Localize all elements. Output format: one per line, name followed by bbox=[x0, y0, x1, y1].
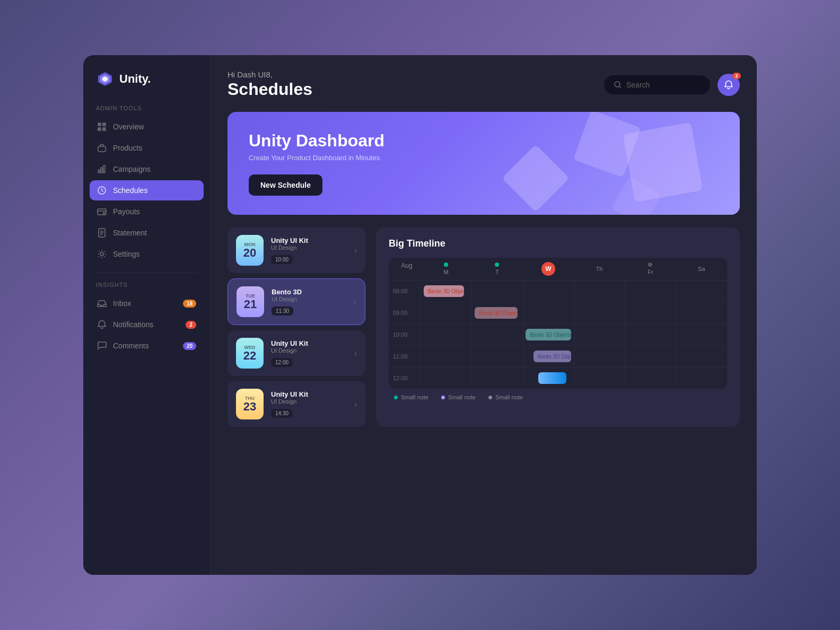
cell-9-thu bbox=[574, 302, 625, 323]
note-label-1: Small note bbox=[401, 394, 428, 400]
schedule-info-wed: Unity UI Kit UI Design 12:00 bbox=[271, 339, 347, 367]
nav-campaigns-label: Campaigns bbox=[113, 165, 151, 173]
app-container: Unity. Admin Tools Overview Pro bbox=[83, 55, 757, 575]
svg-rect-10 bbox=[103, 165, 105, 173]
date-block-wed: Wed 22 bbox=[236, 338, 264, 369]
header-greeting: Hi Dash UI8, bbox=[228, 70, 312, 79]
day-dot-tue bbox=[495, 262, 499, 267]
notification-bell-button[interactable]: 2 bbox=[718, 74, 740, 96]
schedule-name-tue: Bento 3D bbox=[272, 288, 346, 296]
timeline-day-thu: Th bbox=[574, 262, 625, 276]
note-dot-green bbox=[394, 396, 398, 399]
nav-settings-label: Settings bbox=[113, 250, 140, 258]
cell-11-sat bbox=[676, 346, 727, 367]
grid-icon bbox=[97, 122, 107, 132]
header-titles: Hi Dash UI8, Schedules bbox=[228, 70, 312, 99]
sidebar-item-settings[interactable]: Settings bbox=[90, 244, 204, 264]
cell-10-fri bbox=[625, 324, 676, 345]
timeline-row-12: 12:00 bbox=[389, 368, 727, 389]
note-1: Small note bbox=[394, 394, 428, 400]
cell-8-wed bbox=[523, 281, 574, 302]
note-dot-purple bbox=[441, 396, 445, 399]
logo-icon bbox=[96, 70, 114, 88]
cell-10-thu bbox=[574, 324, 625, 345]
bell-header-icon bbox=[724, 80, 733, 90]
time-label-9: 09:00 bbox=[389, 310, 421, 316]
nav-inbox-label: Inbox bbox=[113, 299, 131, 308]
timeline-row-8: 08:00 Bento 3D Objects bbox=[389, 281, 727, 302]
cell-12-mon bbox=[421, 368, 471, 389]
search-bar[interactable]: Search bbox=[604, 75, 710, 94]
note-3: Small note bbox=[488, 394, 523, 400]
inbox-badge: 18 bbox=[183, 300, 196, 308]
svg-point-16 bbox=[615, 82, 620, 87]
day-label-fri: Fr bbox=[648, 269, 653, 275]
sidebar-divider bbox=[96, 273, 197, 273]
cell-10-wed: Bento 3D Objects bbox=[523, 324, 574, 345]
nav-schedules-label: Schedules bbox=[113, 186, 147, 195]
date-block-mon: Mon 20 bbox=[236, 235, 264, 266]
schedule-card-wed[interactable]: Wed 22 Unity UI Kit UI Design 12:00 › bbox=[228, 330, 365, 376]
comments-badge: 20 bbox=[183, 342, 196, 350]
timeline-grid: Aug M T W bbox=[389, 258, 727, 389]
sidebar-item-inbox[interactable]: Inbox 18 bbox=[90, 293, 204, 313]
page-title: Schedules bbox=[228, 79, 312, 99]
cell-8-mon: Bento 3D Objects bbox=[421, 281, 471, 302]
date-num-mon: 20 bbox=[243, 247, 256, 259]
cell-8-tue bbox=[471, 281, 522, 302]
hero-shapes bbox=[501, 112, 740, 215]
nav-payouts-label: Payouts bbox=[113, 207, 140, 216]
schedule-time-mon: 10:00 bbox=[271, 255, 293, 264]
timeline-day-mon: M bbox=[421, 262, 471, 276]
time-label-8: 08:00 bbox=[389, 288, 421, 294]
hero-banner: Unity Dashboard Create Your Product Dash… bbox=[228, 112, 740, 215]
schedule-section: Mon 20 Unity UI Kit UI Design 10:00 › Tu… bbox=[228, 228, 740, 427]
main-content: Hi Dash UI8, Schedules Search 2 bbox=[211, 55, 757, 575]
schedule-card-tue[interactable]: Tue 21 Bento 3D UI Design 11:30 › bbox=[228, 278, 365, 325]
sidebar-item-statement[interactable]: Statement bbox=[90, 223, 204, 243]
sidebar-item-products[interactable]: Products bbox=[90, 138, 204, 158]
date-block-tue: Tue 21 bbox=[237, 286, 264, 317]
schedule-card-mon[interactable]: Mon 20 Unity UI Kit UI Design 10:00 › bbox=[228, 228, 365, 273]
schedule-card-thu[interactable]: Thu 23 Unity UI Kit UI Design 14:30 › bbox=[228, 381, 365, 427]
cell-9-wed bbox=[523, 302, 574, 323]
gear-icon bbox=[97, 249, 107, 259]
svg-point-13 bbox=[103, 213, 104, 214]
event-bar-8-mon: Bento 3D Objects bbox=[424, 285, 464, 297]
sidebar-item-overview[interactable]: Overview bbox=[90, 117, 204, 137]
nav-statement-label: Statement bbox=[113, 229, 147, 237]
cell-11-mon bbox=[421, 346, 471, 367]
new-schedule-button[interactable]: New Schedule bbox=[249, 174, 322, 196]
month-text: Aug bbox=[401, 262, 412, 269]
svg-rect-7 bbox=[98, 146, 106, 152]
timeline-row-9: 09:00 Bento 3D Objects bbox=[389, 302, 727, 324]
sidebar-item-payouts[interactable]: Payouts bbox=[90, 202, 204, 222]
day-dot-mon bbox=[444, 262, 448, 267]
sidebar-item-comments[interactable]: Comments 20 bbox=[90, 336, 204, 356]
timeline-header: Big Timeline bbox=[389, 238, 727, 249]
sidebar-item-schedules[interactable]: Schedules bbox=[90, 180, 204, 200]
search-icon bbox=[614, 81, 622, 89]
timeline-row-10: 10:00 Bento 3D Objects bbox=[389, 324, 727, 346]
svg-point-15 bbox=[100, 252, 103, 256]
note-label-2: Small note bbox=[448, 394, 476, 400]
hero-title: Unity Dashboard bbox=[249, 131, 384, 151]
date-num-wed: 22 bbox=[243, 350, 256, 362]
cell-12-wed bbox=[523, 368, 574, 389]
chart-icon bbox=[97, 164, 107, 174]
doc-icon bbox=[97, 228, 107, 238]
sidebar-item-campaigns[interactable]: Campaigns bbox=[90, 159, 204, 179]
timeline-day-sat: Sa bbox=[676, 262, 727, 276]
cell-11-fri bbox=[625, 346, 676, 367]
sidebar-item-notifications[interactable]: Notifications 2 bbox=[90, 314, 204, 335]
bag-icon bbox=[97, 143, 107, 153]
cell-11-thu bbox=[574, 346, 625, 367]
cell-10-tue bbox=[471, 324, 522, 345]
timeline-day-tue: T bbox=[471, 262, 522, 276]
today-circle: W bbox=[541, 262, 555, 276]
notifications-badge: 2 bbox=[186, 321, 196, 329]
page-header: Hi Dash UI8, Schedules Search 2 bbox=[228, 70, 740, 99]
inbox-icon bbox=[97, 299, 107, 308]
day-label-wed: W bbox=[545, 265, 551, 273]
nav-notifications-label: Notifications bbox=[113, 320, 153, 329]
